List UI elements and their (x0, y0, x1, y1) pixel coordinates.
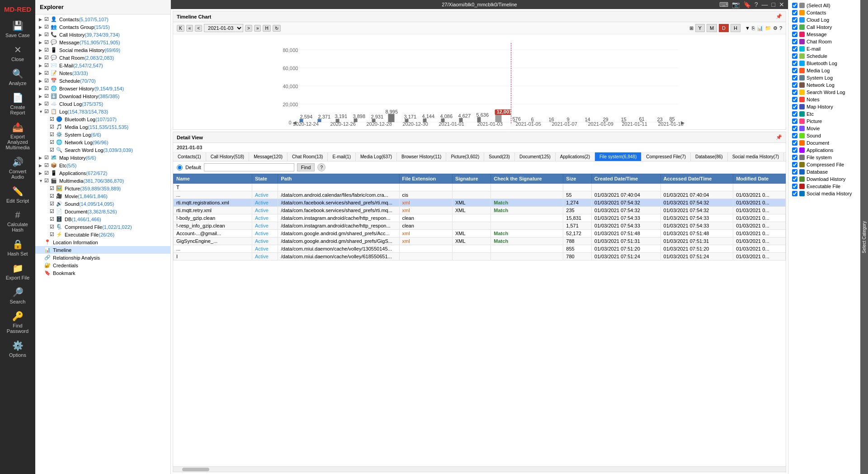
scrollbar-thumb[interactable] (182, 468, 209, 471)
tree-check[interactable]: ☑ (44, 62, 51, 68)
options-button[interactable]: ⚙️ Options (2, 337, 33, 360)
cat-checkbox[interactable] (792, 191, 797, 196)
category-item-4[interactable]: Message (790, 31, 859, 38)
tree-item-movie[interactable]: ☑🎥Movie(1,846/1,846) (35, 192, 170, 200)
tree-item-browser-history[interactable]: ▶☑🌐Browser History(9,154/9,154) (35, 85, 170, 92)
col-modified[interactable]: Modified Date (733, 174, 786, 184)
table-row[interactable]: GigSyncEngine_... Active /data/com.googl… (174, 237, 786, 245)
cat-checkbox[interactable] (792, 17, 797, 23)
tab-applications[interactable]: Applications(2) (556, 152, 595, 161)
view-hour-button[interactable]: H (731, 24, 741, 32)
col-created[interactable]: Created Date/Time (591, 174, 660, 184)
nav-last-button[interactable]: H (263, 25, 270, 32)
tree-check[interactable]: ☑ (50, 147, 56, 153)
category-item-21[interactable]: File system (790, 154, 859, 161)
tree-check[interactable]: ☑ (50, 139, 56, 145)
tree-check[interactable]: ☑ (44, 55, 51, 61)
tab-social-media[interactable]: Social media History(7) (728, 152, 784, 161)
col-ext[interactable]: File Extension (399, 174, 452, 184)
tree-item-credentials[interactable]: 🔐Credentials (35, 261, 170, 269)
tree-check[interactable]: ☑ (50, 216, 56, 222)
analyze-button[interactable]: 🔍 Analyze (2, 66, 33, 89)
find-button[interactable]: Find (297, 163, 315, 171)
tree-item-network-log[interactable]: ☑🌐Network Log(96/96) (35, 138, 170, 146)
view-day-button[interactable]: D (719, 24, 729, 32)
category-item-23[interactable]: Database (790, 168, 859, 175)
close-window-button[interactable]: ✕ (779, 1, 784, 8)
tree-check[interactable]: ☑ (44, 47, 51, 53)
view-year-button[interactable]: Y (695, 24, 705, 32)
tree-item-compressed-file[interactable]: ☑🗜️Compressed File(1,022/1,022) (35, 223, 170, 231)
category-item-20[interactable]: Applications (790, 147, 859, 154)
tree-arrow[interactable]: ▶ (39, 94, 44, 99)
tree-check[interactable]: ☑ (44, 24, 51, 30)
cat-checkbox[interactable] (792, 133, 797, 138)
tree-check[interactable]: ☑ (50, 209, 56, 214)
category-item-25[interactable]: Executable File (790, 183, 859, 190)
cat-checkbox[interactable] (792, 140, 797, 146)
cat-checkbox[interactable] (792, 118, 797, 124)
nav-next2-button[interactable]: » (254, 25, 261, 32)
cat-checkbox[interactable] (792, 162, 797, 167)
nav-prev2-button[interactable]: « (186, 25, 193, 32)
cat-checkbox[interactable] (792, 75, 797, 81)
category-item-17[interactable]: Movie (790, 125, 859, 132)
category-item-16[interactable]: Picture (790, 118, 859, 125)
tree-item-call-history[interactable]: ▶☑📞Call History(39,734/39,734) (35, 31, 170, 38)
tab-database[interactable]: Database(86) (691, 152, 728, 161)
tab-document[interactable]: Document(125) (515, 152, 556, 161)
tree-item-executable-file[interactable]: ☑⚡Executable File(26/26) (35, 231, 170, 238)
tree-check[interactable]: ☑ (44, 70, 51, 76)
table-row[interactable]: ... Active /data/com.android.calendar/fi… (174, 191, 786, 199)
cat-checkbox[interactable] (792, 82, 797, 88)
tree-check[interactable]: ☑ (50, 193, 56, 199)
tree-item-message[interactable]: ▶☑💬Message(751,905/751,905) (35, 38, 170, 46)
col-sig[interactable]: Signature (452, 174, 491, 184)
col-name[interactable]: Name (174, 174, 252, 184)
tree-check[interactable]: ☑ (44, 93, 51, 99)
refresh-button[interactable]: ↻ (273, 25, 281, 32)
tree-item-download-history[interactable]: ▶☑⬇️Download History(385/385) (35, 92, 170, 100)
search-button[interactable]: 🔎 Search (2, 284, 33, 307)
search-input[interactable] (204, 163, 294, 171)
cat-checkbox[interactable] (792, 90, 797, 95)
tree-item-timeline[interactable]: 📊Timeline (35, 246, 170, 254)
category-item-11[interactable]: Network Log (790, 81, 859, 89)
cat-checkbox[interactable] (792, 32, 797, 37)
tree-check[interactable]: ☑ (44, 178, 51, 184)
tree-item-bluetooth-log[interactable]: ☑🔵Bluetooth Log(107/107) (35, 115, 170, 123)
col-state[interactable]: State (252, 174, 278, 184)
tree-arrow[interactable]: ▼ (39, 109, 44, 114)
tree-item-notes[interactable]: ▶☑📝Notes(33/33) (35, 69, 170, 77)
category-item-8[interactable]: Bluetooth Log (790, 60, 859, 67)
tab-message[interactable]: Message(120) (249, 152, 288, 161)
tab-browser-history[interactable]: Browser History(11) (397, 152, 446, 161)
table-row[interactable]: I Active /data/com.miui.daemon/cache/vol… (174, 253, 786, 261)
export-file-button[interactable]: 📁 Export File (2, 260, 33, 283)
calculate-hash-button[interactable]: # Calculate Hash (2, 207, 33, 235)
tree-item-e-mail[interactable]: ▶☑✉️E-Mail(2,547/2,547) (35, 62, 170, 69)
search-help-button[interactable]: ? (317, 163, 326, 171)
table-row[interactable]: rti.mqtt.retry.xml Active /data/com.face… (174, 207, 786, 214)
cat-checkbox[interactable] (792, 24, 797, 30)
tree-arrow[interactable]: ▶ (39, 171, 44, 175)
category-item-5[interactable]: Chat Room (790, 38, 859, 45)
tree-arrow[interactable]: ▶ (39, 79, 44, 83)
cat-checkbox[interactable] (792, 104, 797, 109)
cat-checkbox[interactable] (792, 176, 797, 182)
category-item-14[interactable]: Map History (790, 103, 859, 110)
horizontal-scrollbar[interactable] (173, 466, 786, 472)
category-item-2[interactable]: Cloud Log (790, 16, 859, 24)
tree-check[interactable]: ☑ (44, 162, 51, 168)
tree-arrow[interactable]: ▶ (39, 25, 44, 29)
cat-checkbox[interactable] (792, 39, 797, 44)
help-icon[interactable]: ? (755, 1, 758, 8)
tree-check[interactable]: ☑ (44, 16, 51, 22)
save-case-button[interactable]: 💾 Save Case (2, 18, 33, 41)
table-row[interactable]: ... Active /data/com.miui.daemon/cache/v… (174, 245, 786, 253)
tree-item-sound[interactable]: ☑🔊Sound(14,095/14,095) (35, 200, 170, 208)
tree-item-contacts-group[interactable]: ▶☑👥Contacts Group(15/15) (35, 23, 170, 31)
nav-next-button[interactable]: > (245, 25, 252, 32)
category-item-24[interactable]: Download History (790, 175, 859, 183)
tree-check[interactable]: ☑ (44, 101, 51, 107)
